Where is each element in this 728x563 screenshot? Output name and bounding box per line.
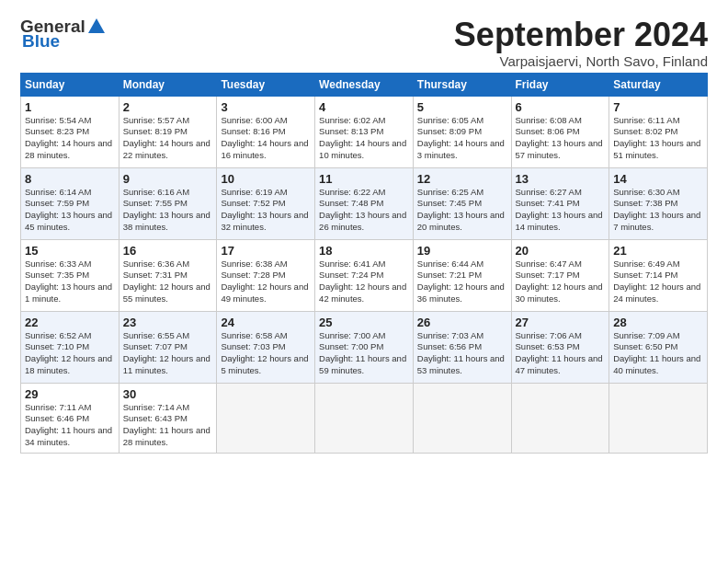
calendar-cell: 11Sunrise: 6:22 AM Sunset: 7:48 PM Dayli… [315,167,414,239]
day-number: 21 [613,244,703,258]
day-info: Sunrise: 6:36 AM Sunset: 7:31 PM Dayligh… [123,259,213,305]
weekday-header-tuesday: Tuesday [217,73,315,96]
calendar-week-row: 22Sunrise: 6:52 AM Sunset: 7:10 PM Dayli… [21,311,708,383]
calendar-week-row: 15Sunrise: 6:33 AM Sunset: 7:35 PM Dayli… [21,239,708,311]
calendar-cell: 19Sunrise: 6:44 AM Sunset: 7:21 PM Dayli… [413,239,511,311]
weekday-header-saturday: Saturday [609,73,708,96]
day-number: 12 [417,172,507,186]
day-number: 1 [25,100,115,114]
day-info: Sunrise: 7:06 AM Sunset: 6:53 PM Dayligh… [516,330,606,377]
day-number: 17 [221,244,311,258]
day-info: Sunrise: 7:09 AM Sunset: 6:50 PM Dayligh… [613,330,703,377]
svg-marker-0 [88,18,105,33]
day-number: 14 [613,172,703,186]
day-number: 9 [123,172,213,186]
day-info: Sunrise: 7:03 AM Sunset: 6:56 PM Dayligh… [417,330,507,377]
day-info: Sunrise: 6:41 AM Sunset: 7:24 PM Dayligh… [319,259,409,305]
weekday-header-friday: Friday [511,73,609,96]
day-info: Sunrise: 6:11 AM Sunset: 8:02 PM Dayligh… [613,115,703,162]
day-info: Sunrise: 5:57 AM Sunset: 8:19 PM Dayligh… [123,115,213,162]
day-info: Sunrise: 6:08 AM Sunset: 8:06 PM Dayligh… [516,115,606,162]
day-number: 26 [417,316,507,329]
calendar-cell: 3Sunrise: 6:00 AM Sunset: 8:16 PM Daylig… [217,96,315,167]
calendar-cell [413,383,511,453]
calendar-cell: 24Sunrise: 6:58 AM Sunset: 7:03 PM Dayli… [217,311,315,383]
day-number: 16 [123,244,213,258]
day-number: 11 [319,172,409,186]
day-info: Sunrise: 6:22 AM Sunset: 7:48 PM Dayligh… [319,187,409,234]
calendar-cell: 26Sunrise: 7:03 AM Sunset: 6:56 PM Dayli… [413,311,511,383]
day-info: Sunrise: 7:14 AM Sunset: 6:43 PM Dayligh… [123,402,213,449]
month-title: September 2024 [454,17,708,53]
calendar-cell: 13Sunrise: 6:27 AM Sunset: 7:41 PM Dayli… [511,167,609,239]
day-number: 5 [417,100,507,114]
header: General Blue September 2024 Varpaisjaerv… [20,17,708,69]
day-info: Sunrise: 6:25 AM Sunset: 7:45 PM Dayligh… [417,187,507,234]
day-number: 30 [123,387,213,401]
calendar-cell: 27Sunrise: 7:06 AM Sunset: 6:53 PM Dayli… [511,311,609,383]
calendar-header-row: SundayMondayTuesdayWednesdayThursdayFrid… [21,73,708,96]
day-number: 27 [516,316,606,329]
page: General Blue September 2024 Varpaisjaerv… [0,0,728,463]
calendar-cell: 17Sunrise: 6:38 AM Sunset: 7:28 PM Dayli… [217,239,315,311]
calendar-cell: 21Sunrise: 6:49 AM Sunset: 7:14 PM Dayli… [609,239,708,311]
day-info: Sunrise: 6:49 AM Sunset: 7:14 PM Dayligh… [613,259,703,305]
day-info: Sunrise: 5:54 AM Sunset: 8:23 PM Dayligh… [25,115,115,162]
day-info: Sunrise: 6:30 AM Sunset: 7:38 PM Dayligh… [613,187,703,234]
calendar-cell: 8Sunrise: 6:14 AM Sunset: 7:59 PM Daylig… [21,167,119,239]
calendar-cell: 1Sunrise: 5:54 AM Sunset: 8:23 PM Daylig… [21,96,119,167]
day-number: 13 [516,172,606,186]
calendar-cell [217,383,315,453]
day-number: 19 [417,244,507,258]
weekday-header-monday: Monday [119,73,217,96]
day-info: Sunrise: 6:47 AM Sunset: 7:17 PM Dayligh… [516,259,606,305]
calendar-cell: 23Sunrise: 6:55 AM Sunset: 7:07 PM Dayli… [119,311,217,383]
calendar-cell: 16Sunrise: 6:36 AM Sunset: 7:31 PM Dayli… [119,239,217,311]
day-info: Sunrise: 6:52 AM Sunset: 7:10 PM Dayligh… [25,330,115,377]
day-number: 28 [613,316,703,329]
logo-icon [86,17,107,37]
calendar-cell: 20Sunrise: 6:47 AM Sunset: 7:17 PM Dayli… [511,239,609,311]
day-number: 23 [123,316,213,329]
calendar-cell: 12Sunrise: 6:25 AM Sunset: 7:45 PM Dayli… [413,167,511,239]
day-info: Sunrise: 6:58 AM Sunset: 7:03 PM Dayligh… [221,330,311,377]
day-info: Sunrise: 6:33 AM Sunset: 7:35 PM Dayligh… [25,259,115,305]
calendar-cell: 6Sunrise: 6:08 AM Sunset: 8:06 PM Daylig… [511,96,609,167]
calendar-cell [609,383,708,453]
day-info: Sunrise: 6:27 AM Sunset: 7:41 PM Dayligh… [516,187,606,234]
day-number: 2 [123,100,213,114]
day-info: Sunrise: 7:00 AM Sunset: 7:00 PM Dayligh… [319,330,409,377]
day-number: 25 [319,316,409,329]
calendar-cell: 30Sunrise: 7:14 AM Sunset: 6:43 PM Dayli… [119,383,217,453]
day-info: Sunrise: 6:44 AM Sunset: 7:21 PM Dayligh… [417,259,507,305]
day-number: 3 [221,100,311,114]
day-number: 29 [25,387,115,401]
day-info: Sunrise: 6:05 AM Sunset: 8:09 PM Dayligh… [417,115,507,162]
calendar-cell: 22Sunrise: 6:52 AM Sunset: 7:10 PM Dayli… [21,311,119,383]
day-number: 22 [25,316,115,329]
calendar-cell [511,383,609,453]
weekday-header-thursday: Thursday [413,73,511,96]
calendar-cell: 2Sunrise: 5:57 AM Sunset: 8:19 PM Daylig… [119,96,217,167]
calendar-cell: 15Sunrise: 6:33 AM Sunset: 7:35 PM Dayli… [21,239,119,311]
calendar-cell: 9Sunrise: 6:16 AM Sunset: 7:55 PM Daylig… [119,167,217,239]
day-info: Sunrise: 6:14 AM Sunset: 7:59 PM Dayligh… [25,187,115,234]
calendar-week-row: 1Sunrise: 5:54 AM Sunset: 8:23 PM Daylig… [21,96,708,167]
calendar-week-row: 8Sunrise: 6:14 AM Sunset: 7:59 PM Daylig… [21,167,708,239]
day-number: 24 [221,316,311,329]
logo-blue: Blue [22,31,60,52]
calendar: SundayMondayTuesdayWednesdayThursdayFrid… [20,73,708,454]
day-number: 15 [25,244,115,258]
day-info: Sunrise: 6:16 AM Sunset: 7:55 PM Dayligh… [123,187,213,234]
location-title: Varpaisjaervi, North Savo, Finland [454,53,708,69]
calendar-week-row: 29Sunrise: 7:11 AM Sunset: 6:46 PM Dayli… [21,383,708,453]
day-info: Sunrise: 6:19 AM Sunset: 7:52 PM Dayligh… [221,187,311,234]
weekday-header-wednesday: Wednesday [315,73,414,96]
day-number: 10 [221,172,311,186]
calendar-cell: 5Sunrise: 6:05 AM Sunset: 8:09 PM Daylig… [413,96,511,167]
weekday-header-sunday: Sunday [21,73,119,96]
day-number: 6 [516,100,606,114]
day-info: Sunrise: 6:02 AM Sunset: 8:13 PM Dayligh… [319,115,409,162]
day-number: 8 [25,172,115,186]
day-info: Sunrise: 7:11 AM Sunset: 6:46 PM Dayligh… [25,402,115,449]
